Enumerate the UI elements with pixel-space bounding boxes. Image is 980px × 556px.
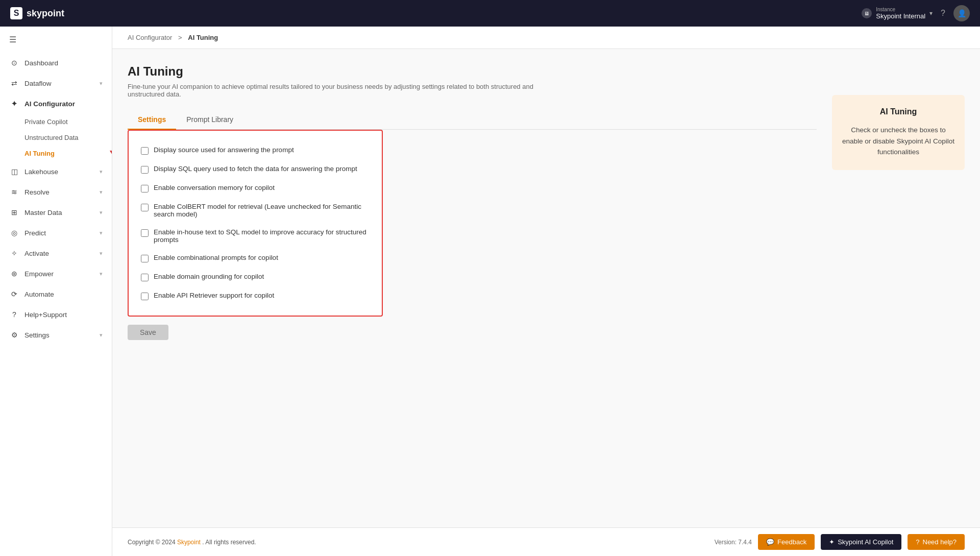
feedback-icon: 💬 xyxy=(766,538,774,546)
needhelp-button[interactable]: ? Need help? xyxy=(908,534,965,550)
main-layout: ☰ ⊙ Dashboard ⇄ Dataflow ▾ ✦ AI Configur… xyxy=(0,27,980,556)
breadcrumb-separator: > xyxy=(178,34,182,41)
sidebar: ☰ ⊙ Dashboard ⇄ Dataflow ▾ ✦ AI Configur… xyxy=(0,27,112,556)
empower-icon: ⊛ xyxy=(9,269,19,279)
checkbox-label-3: Enable conversation memory for copilot xyxy=(154,184,275,191)
checkbox-item-8: Enable API Retriever support for copilot xyxy=(141,286,370,305)
chevron-down-icon: ▾ xyxy=(100,80,103,87)
sidebar-item-help-support[interactable]: ? Help+Support xyxy=(0,304,112,325)
checkbox-label-6: Enable combinational prompts for copilot xyxy=(154,254,278,261)
sidebar-menu-icon[interactable]: ☰ xyxy=(0,27,112,53)
checkbox-label-4: Enable ColBERT model for retrieval (Leav… xyxy=(154,203,370,218)
chevron-down-icon: ▾ xyxy=(100,332,103,339)
breadcrumb-parent: AI Configurator xyxy=(128,34,172,41)
chevron-down-icon: ▾ xyxy=(100,168,103,175)
feedback-button[interactable]: 💬 Feedback xyxy=(758,534,815,550)
checkbox-item-6: Enable combinational prompts for copilot xyxy=(141,249,370,268)
checkbox-label-1: Display source used for answering the pr… xyxy=(154,146,294,154)
chevron-down-icon: ▾ xyxy=(100,209,103,216)
sidebar-item-empower[interactable]: ⊛ Empower ▾ xyxy=(0,263,112,284)
instance-name: Skypoint Internal xyxy=(876,12,925,20)
checkbox-inhouse-text[interactable] xyxy=(141,229,149,237)
predict-icon: ◎ xyxy=(9,228,19,238)
sidebar-subitem-unstructured-data[interactable]: Unstructured Data xyxy=(0,130,112,146)
activate-icon: ✧ xyxy=(9,248,19,258)
instance-info: 🖥 Instance Skypoint Internal ▾ xyxy=(862,7,933,20)
sidebar-subitem-private-copilot[interactable]: Private Copilot xyxy=(0,114,112,130)
sidebar-item-automate[interactable]: ⟳ Automate xyxy=(0,284,112,304)
footer-brand-link[interactable]: Skypoint xyxy=(177,539,201,546)
chevron-down-icon: ▾ xyxy=(100,271,103,277)
instance-icon: 🖥 xyxy=(862,8,872,18)
brand-logo: S skypoint xyxy=(10,7,64,19)
sidebar-item-label: AI Configurator xyxy=(24,100,75,108)
checkbox-display-sql[interactable] xyxy=(141,166,149,174)
page-subtitle: Fine-tune your AI companion to achieve o… xyxy=(128,83,567,98)
footer: Copyright © 2024 Skypoint . All rights r… xyxy=(112,527,980,556)
footer-copyright: Copyright © 2024 Skypoint . All rights r… xyxy=(128,539,256,546)
automate-icon: ⟳ xyxy=(9,289,19,299)
copilot-label: Skypoint AI Copilot xyxy=(838,538,893,546)
sidebar-item-label: Master Data xyxy=(24,209,62,216)
sidebar-item-lakehouse[interactable]: ◫ Lakehouse ▾ xyxy=(0,161,112,182)
tab-bar: Settings Prompt Library xyxy=(128,110,817,130)
sidebar-item-label: Activate xyxy=(24,250,49,257)
sidebar-item-label: Dashboard xyxy=(24,59,58,67)
sidebar-item-label: Automate xyxy=(24,291,54,298)
sidebar-item-resolve[interactable]: ≋ Resolve ▾ xyxy=(0,182,112,202)
sidebar-item-label: Resolve xyxy=(24,188,50,196)
private-copilot-label: Private Copilot xyxy=(24,118,68,126)
instance-chevron-icon[interactable]: ▾ xyxy=(929,10,933,17)
needhelp-icon: ? xyxy=(916,538,919,546)
checkbox-domain-grounding[interactable] xyxy=(141,274,149,281)
help-support-icon: ? xyxy=(9,309,19,320)
sidebar-item-dataflow[interactable]: ⇄ Dataflow ▾ xyxy=(0,73,112,93)
checkbox-item-3: Enable conversation memory for copilot xyxy=(141,179,370,198)
instance-label: Instance xyxy=(876,7,925,12)
info-card-text: Check or uncheck the boxes to enable or … xyxy=(842,125,954,158)
tab-prompt-library[interactable]: Prompt Library xyxy=(176,110,243,130)
chevron-down-icon: ▾ xyxy=(100,250,103,257)
settings-icon: ⚙ xyxy=(9,330,19,340)
info-panel: AI Tuning Check or uncheck the boxes to … xyxy=(832,95,965,512)
sidebar-item-activate[interactable]: ✧ Activate ▾ xyxy=(0,243,112,263)
breadcrumb: AI Configurator > AI Tuning xyxy=(112,27,980,49)
save-button[interactable]: Save xyxy=(128,325,168,340)
checkbox-item-5: Enable in-house text to SQL model to imp… xyxy=(141,223,370,249)
checkbox-combinational-prompts[interactable] xyxy=(141,255,149,262)
sidebar-item-master-data[interactable]: ⊞ Master Data ▾ xyxy=(0,202,112,223)
checkbox-api-retriever[interactable] xyxy=(141,293,149,300)
sidebar-item-ai-configurator[interactable]: ✦ AI Configurator xyxy=(0,93,112,114)
dashboard-icon: ⊙ xyxy=(9,58,19,68)
checkbox-colbert-model[interactable] xyxy=(141,204,149,211)
checkbox-item-4: Enable ColBERT model for retrieval (Leav… xyxy=(141,198,370,223)
checkbox-display-source[interactable] xyxy=(141,147,149,155)
sidebar-item-label: Dataflow xyxy=(24,80,52,87)
sidebar-item-dashboard[interactable]: ⊙ Dashboard xyxy=(0,53,112,73)
sidebar-item-predict[interactable]: ◎ Predict ▾ xyxy=(0,223,112,243)
checkbox-label-2: Display SQL query used to fetch the data… xyxy=(154,165,357,173)
checkbox-conversation-memory[interactable] xyxy=(141,185,149,192)
ai-tuning-label: AI Tuning xyxy=(24,150,55,157)
checkbox-label-7: Enable domain grounding for copilot xyxy=(154,273,264,280)
feedback-label: Feedback xyxy=(777,538,806,546)
footer-right: Version: 7.4.4 💬 Feedback ✦ Skypoint AI … xyxy=(715,534,965,550)
sidebar-subitem-ai-tuning[interactable]: AI Tuning xyxy=(0,146,112,161)
page-title: AI Tuning xyxy=(128,64,817,79)
ai-configurator-icon: ✦ xyxy=(9,99,19,109)
info-card: AI Tuning Check or uncheck the boxes to … xyxy=(832,95,965,170)
help-icon[interactable]: ? xyxy=(941,9,945,18)
checkbox-item-7: Enable domain grounding for copilot xyxy=(141,268,370,286)
copilot-button[interactable]: ✦ Skypoint AI Copilot xyxy=(821,534,901,550)
master-data-icon: ⊞ xyxy=(9,207,19,217)
unstructured-data-label: Unstructured Data xyxy=(24,134,79,141)
version-text: Version: 7.4.4 xyxy=(715,539,752,546)
dataflow-icon: ⇄ xyxy=(9,78,19,88)
brand-name: skypoint xyxy=(27,8,64,19)
logo-s-icon: S xyxy=(10,7,22,19)
sidebar-item-label: Help+Support xyxy=(24,311,67,319)
sidebar-item-label: Empower xyxy=(24,270,54,278)
sidebar-item-settings[interactable]: ⚙ Settings ▾ xyxy=(0,325,112,345)
avatar[interactable]: 👤 xyxy=(953,5,970,21)
tab-settings[interactable]: Settings xyxy=(128,110,176,130)
